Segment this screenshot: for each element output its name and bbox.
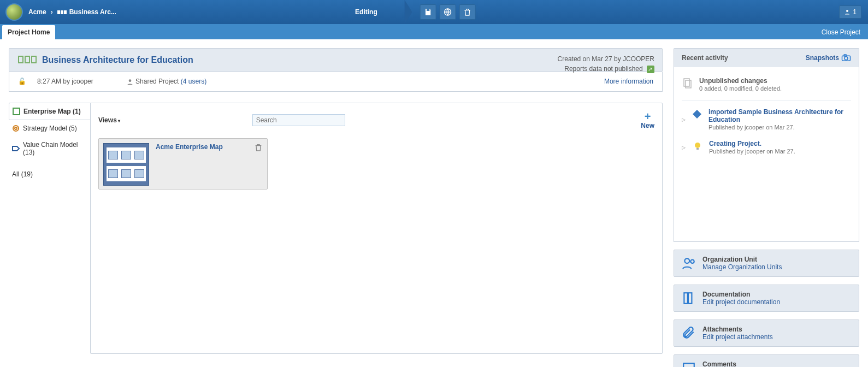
top-bar: Acme › Business Arc... Editing 1 [0, 0, 868, 24]
activity-item-import: ▷ imported Sample Business Architecture … [682, 104, 851, 135]
nav-strategy-model[interactable]: Strategy Model (5) [9, 120, 91, 137]
enterprise-map-icon [13, 108, 20, 115]
shared-section: Shared Project (4 users) [126, 78, 206, 86]
project-title-icon [18, 56, 38, 65]
save-button[interactable] [420, 4, 436, 20]
recent-activity-panel: Recent activity Snapshots Unpublished ch… [674, 48, 859, 242]
search-input[interactable] [252, 114, 345, 126]
editing-mode-label: Editing [355, 8, 377, 16]
action-documentation[interactable]: Documentation Edit project documentation [674, 285, 859, 312]
user-count-button[interactable]: 1 [839, 5, 861, 19]
nav-label: Strategy Model (5) [23, 125, 77, 132]
svg-point-2 [13, 126, 19, 131]
card-thumbnail [103, 143, 149, 186]
svg-point-5 [845, 57, 848, 60]
new-label: New [641, 122, 654, 129]
comments-icon [682, 361, 696, 367]
recent-activity-title: Recent activity [682, 54, 728, 62]
activity-link[interactable]: imported Sample Business Architecture fo… [708, 108, 843, 123]
activity-sub: Published by jcooper on Mar 27. [709, 148, 795, 155]
shared-label: Shared Project [135, 78, 179, 85]
svg-rect-1 [13, 108, 20, 115]
project-sub-row: 🔓 8:27 AM by jcooper Shared Project (4 u… [9, 72, 663, 92]
app-logo[interactable] [5, 3, 23, 21]
new-button[interactable]: + New [641, 111, 654, 129]
more-information-link[interactable]: More information [604, 78, 653, 85]
unpublished-sub: 0 added, 0 modified, 0 deleted. [699, 85, 782, 92]
shared-users-link[interactable]: (4 users) [181, 78, 206, 85]
toolbar-buttons [420, 4, 476, 20]
tab-row: Project Home Close Project [0, 24, 868, 39]
tab-project-home[interactable]: Project Home [2, 25, 55, 39]
left-column: Business Architecture for Education Crea… [9, 48, 663, 354]
action-link[interactable]: Manage Organization Units [702, 263, 782, 271]
lock-icon: 🔓 [18, 78, 26, 85]
snapshots-link[interactable]: Snapshots [806, 54, 851, 62]
svg-rect-14 [684, 293, 688, 304]
snapshots-label: Snapshots [806, 54, 839, 62]
model-card[interactable]: Acme Enterprise Map [98, 138, 268, 190]
unpublished-title: Unpublished changes [699, 77, 767, 85]
camera-icon [841, 54, 851, 62]
action-comments[interactable]: Comments Edit project comments [674, 354, 859, 367]
arrow-separator [405, 0, 412, 24]
svg-point-3 [15, 127, 17, 129]
delete-button[interactable] [459, 4, 476, 20]
plus-icon: + [641, 111, 654, 122]
recent-activity-body: Unpublished changes 0 added, 0 modified,… [674, 67, 859, 242]
close-project-link[interactable]: Close Project [822, 28, 860, 36]
value-chain-icon [12, 145, 20, 152]
nav-value-chain-model[interactable]: Value Chain Model (13) [9, 137, 91, 161]
delete-card-icon[interactable] [254, 143, 263, 152]
publish-button[interactable] [440, 4, 456, 20]
svg-point-12 [684, 258, 689, 263]
changes-icon [682, 77, 694, 89]
svg-rect-15 [688, 293, 692, 304]
action-title: Organization Unit [702, 256, 782, 263]
import-icon [691, 108, 703, 120]
breadcrumb: Acme › Business Arc... [28, 8, 116, 16]
action-link[interactable]: Edit project documentation [702, 298, 780, 306]
views-dropdown[interactable]: Views [98, 116, 120, 124]
content-pane: Views + New Acme Enterprise Map [90, 103, 663, 354]
nav-label: Enterprise Map (1) [23, 108, 81, 115]
main-area: Business Architecture for Education Crea… [0, 39, 868, 367]
publish-icon[interactable] [647, 66, 654, 73]
breadcrumb-current[interactable]: Business Arc... [69, 8, 116, 16]
project-icon [57, 8, 67, 16]
expand-icon[interactable]: ▷ [682, 145, 686, 150]
action-link[interactable]: Edit project attachments [702, 333, 773, 341]
action-organization-unit[interactable]: Organization Unit Manage Organization Un… [674, 250, 859, 277]
project-title-card: Business Architecture for Education Crea… [9, 48, 663, 72]
svg-rect-8 [686, 80, 691, 88]
breadcrumb-separator: › [51, 8, 53, 16]
activity-item-create: ▷ Creating Project. Published by jcooper… [682, 135, 851, 159]
content-toolbar: Views + New [98, 111, 654, 129]
strategy-model-icon [12, 125, 20, 132]
svg-marker-9 [693, 110, 701, 119]
person-icon [126, 78, 134, 86]
model-type-nav: Enterprise Map (1) Strategy Model (5) Va… [9, 103, 91, 354]
svg-rect-7 [684, 79, 689, 86]
nav-all[interactable]: All (19) [9, 166, 91, 182]
editing-section: Editing [355, 0, 487, 24]
action-title: Attachments [702, 325, 773, 333]
search-box [252, 114, 345, 126]
expand-icon[interactable]: ▷ [682, 117, 686, 122]
attachment-icon [682, 326, 696, 340]
breadcrumb-root[interactable]: Acme [28, 8, 46, 16]
card-title: Acme Enterprise Map [156, 143, 223, 185]
nav-enterprise-map[interactable]: Enterprise Map (1) [9, 103, 91, 120]
model-browser: Enterprise Map (1) Strategy Model (5) Va… [9, 103, 663, 354]
created-by-text: Created on Mar 27 by JCOOPER [558, 54, 654, 64]
unpublished-changes-item: Unpublished changes 0 added, 0 modified,… [682, 73, 851, 100]
svg-rect-11 [696, 148, 699, 150]
last-edited-text: 8:27 AM by jcooper [37, 78, 93, 85]
user-count: 1 [853, 8, 857, 16]
nav-label: All (19) [12, 170, 33, 178]
recent-activity-header: Recent activity Snapshots [674, 48, 859, 67]
nav-label: Value Chain Model (13) [23, 141, 87, 156]
activity-sub: Published by jcooper on Mar 27. [708, 124, 795, 131]
activity-link[interactable]: Creating Project. [709, 140, 761, 147]
action-attachments[interactable]: Attachments Edit project attachments [674, 319, 859, 347]
